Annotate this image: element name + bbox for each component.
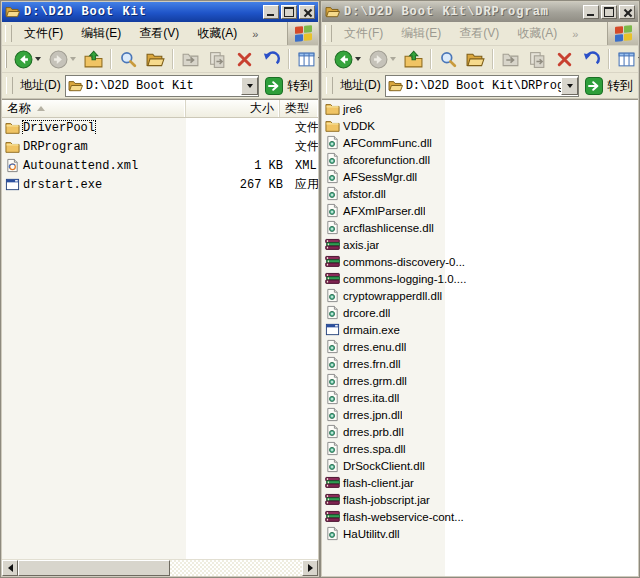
chevron-down-icon[interactable] <box>355 57 361 61</box>
go-button[interactable]: 转到 <box>263 77 315 95</box>
file-name[interactable]: DriverPool <box>23 121 95 135</box>
address-grip[interactable] <box>326 77 333 95</box>
file-row[interactable]: DrSockClient.dll <box>322 457 638 474</box>
back-button[interactable] <box>330 47 365 72</box>
file-name[interactable]: axis.jar <box>343 239 379 251</box>
file-name[interactable]: afstor.dll <box>343 188 386 200</box>
file-name[interactable]: cryptowrapperdll.dll <box>343 290 442 302</box>
minimize-button[interactable] <box>583 5 599 19</box>
delete-button[interactable] <box>231 47 258 72</box>
file-row[interactable]: flash-webservice-cont... <box>322 508 638 525</box>
file-row[interactable]: afcorefunction.dll <box>322 151 638 168</box>
file-row[interactable]: drres.spa.dll <box>322 440 638 457</box>
menu-item-2[interactable]: 查看(V) <box>450 23 508 44</box>
file-name[interactable]: drcore.dll <box>343 307 390 319</box>
titlebar[interactable]: D:\D2D Boot Kit\DRProgram <box>322 2 638 22</box>
file-row[interactable]: afstor.dll <box>322 185 638 202</box>
maximize-button[interactable] <box>601 5 617 19</box>
file-name[interactable]: drres.spa.dll <box>343 443 406 455</box>
file-row[interactable]: drres.grm.dll <box>322 372 638 389</box>
menu-overflow-chevron[interactable]: » <box>248 28 262 40</box>
file-name[interactable]: drres.prb.dll <box>343 426 404 438</box>
file-name[interactable]: arcflashlicense.dll <box>343 222 434 234</box>
file-name[interactable]: drres.frn.dll <box>343 358 401 370</box>
menu-item-0[interactable]: 文件(F) <box>335 23 392 44</box>
search-button[interactable] <box>115 47 142 72</box>
menu-item-3[interactable]: 收藏(A) <box>508 23 566 44</box>
address-dropdown-button[interactable] <box>561 77 578 95</box>
menu-item-1[interactable]: 编辑(E) <box>392 23 450 44</box>
back-button[interactable] <box>10 47 45 72</box>
file-name[interactable]: flash-client.jar <box>343 477 414 489</box>
address-value[interactable]: D:\D2D Boot Kit <box>86 79 241 93</box>
file-row[interactable]: drres.ita.dll <box>322 389 638 406</box>
menu-item-1[interactable]: 编辑(E) <box>72 23 130 44</box>
file-row[interactable]: drcore.dll <box>322 304 638 321</box>
file-name[interactable]: afcorefunction.dll <box>343 154 430 166</box>
folders-button[interactable] <box>462 47 489 72</box>
menu-overflow-chevron[interactable]: » <box>568 28 582 40</box>
undo-button[interactable] <box>578 47 605 72</box>
scrollbar-thumb[interactable] <box>18 560 170 576</box>
go-button[interactable]: 转到 <box>583 77 635 95</box>
chevron-down-icon[interactable] <box>35 57 41 61</box>
file-row[interactable]: drres.enu.dll <box>322 338 638 355</box>
file-row[interactable]: flash-client.jar <box>322 474 638 491</box>
file-row[interactable]: VDDK <box>322 117 638 134</box>
file-row[interactable]: AFSessMgr.dll <box>322 168 638 185</box>
file-name[interactable]: commons-logging-1.0.... <box>343 273 466 285</box>
views-button[interactable] <box>613 47 640 72</box>
menu-item-2[interactable]: 查看(V) <box>130 23 188 44</box>
address-combo[interactable]: D:\D2D Boot Kit\DRProgram <box>385 75 579 97</box>
file-row[interactable]: commons-logging-1.0.... <box>322 270 638 287</box>
address-combo[interactable]: D:\D2D Boot Kit <box>65 75 259 97</box>
file-row[interactable]: flash-jobscript.jar <box>322 491 638 508</box>
menu-grip[interactable] <box>5 25 12 41</box>
file-row[interactable]: Autounattend.xml1 KBXML 文档 <box>2 156 318 175</box>
file-name[interactable]: commons-discovery-0... <box>343 256 465 268</box>
file-name[interactable]: drres.enu.dll <box>343 341 406 353</box>
search-button[interactable] <box>435 47 462 72</box>
file-row[interactable]: AFXmlParser.dll <box>322 202 638 219</box>
file-name[interactable]: jre6 <box>343 103 362 115</box>
file-name[interactable]: drmain.exe <box>343 324 400 336</box>
file-row[interactable]: jre6 <box>322 100 638 117</box>
file-name[interactable]: drres.jpn.dll <box>343 409 402 421</box>
minimize-button[interactable] <box>263 5 279 19</box>
file-name[interactable]: drres.grm.dll <box>343 375 407 387</box>
file-name[interactable]: flash-jobscript.jar <box>343 494 430 506</box>
scroll-right-button[interactable] <box>302 560 318 576</box>
file-row[interactable]: AFCommFunc.dll <box>322 134 638 151</box>
file-name[interactable]: AFSessMgr.dll <box>343 171 417 183</box>
column-header-name[interactable]: 名称 <box>2 100 186 117</box>
folders-button[interactable] <box>142 47 169 72</box>
file-row[interactable]: drres.jpn.dll <box>322 406 638 423</box>
address-grip[interactable] <box>6 77 13 95</box>
close-button[interactable] <box>619 5 635 19</box>
file-name[interactable]: DRProgram <box>23 140 88 154</box>
undo-button[interactable] <box>258 47 285 72</box>
file-row[interactable]: arcflashlicense.dll <box>322 219 638 236</box>
file-row[interactable]: HaUtilitv.dll <box>322 525 638 542</box>
maximize-button[interactable] <box>281 5 297 19</box>
chevron-down-icon[interactable] <box>390 57 396 61</box>
up-button[interactable] <box>80 47 107 72</box>
file-name[interactable]: AFXmlParser.dll <box>343 205 425 217</box>
file-row[interactable]: DriverPool文件夹 <box>2 118 318 137</box>
toolbar-grip[interactable] <box>5 50 7 68</box>
file-name[interactable]: Autounattend.xml <box>23 159 138 173</box>
menu-grip[interactable] <box>325 25 332 41</box>
horizontal-scrollbar[interactable] <box>2 559 318 576</box>
file-name[interactable]: drstart.exe <box>23 178 102 192</box>
file-row[interactable]: DRProgram文件夹 <box>2 137 318 156</box>
file-name[interactable]: VDDK <box>343 120 375 132</box>
file-row[interactable]: drres.prb.dll <box>322 423 638 440</box>
column-header-type[interactable]: 类型 <box>280 100 318 117</box>
file-row[interactable]: drres.frn.dll <box>322 355 638 372</box>
scroll-left-button[interactable] <box>2 560 18 576</box>
file-name[interactable]: AFCommFunc.dll <box>343 137 432 149</box>
file-row[interactable]: commons-discovery-0... <box>322 253 638 270</box>
address-dropdown-button[interactable] <box>241 77 258 95</box>
file-name[interactable]: flash-webservice-cont... <box>343 511 464 523</box>
file-row[interactable]: cryptowrapperdll.dll <box>322 287 638 304</box>
